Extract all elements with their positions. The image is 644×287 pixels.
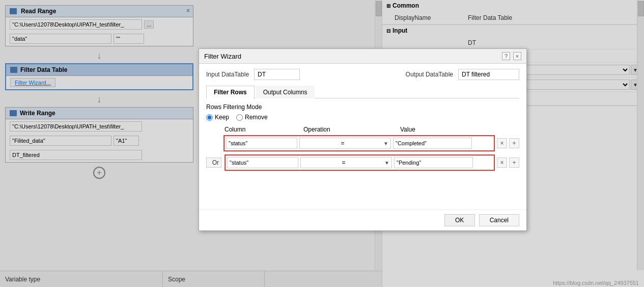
filtering-mode-label: Rows Filtering Mode <box>206 103 519 111</box>
modal-controls: ? × <box>502 52 521 60</box>
watermark: https://blog.csdn.net/qq_24937551 <box>553 280 639 286</box>
filter-row-2-wrap: Or = ▼ × + <box>206 154 519 171</box>
remove-radio[interactable] <box>236 114 243 121</box>
filter-row-1-op-arrow[interactable]: ▼ <box>383 141 388 146</box>
modal-close-btn[interactable]: × <box>513 52 521 60</box>
filter-row-1-delete-btn[interactable]: × <box>497 138 507 148</box>
filter-row-1-wrap: = ▼ × + <box>206 135 519 151</box>
filter-row-2-or-label: Or <box>206 158 221 168</box>
modal-title: Filter Wizard <box>204 53 241 60</box>
output-dt-label: Output DataTable <box>406 71 453 78</box>
modal-titlebar: Filter Wizard ? × <box>199 49 526 64</box>
filter-row-2-value[interactable] <box>394 157 473 168</box>
modal-tabs: Filter Rows Output Columns <box>206 85 519 98</box>
tab-output-columns[interactable]: Output Columns <box>256 86 315 98</box>
remove-radio-text: Remove <box>245 114 268 121</box>
column-header: Column <box>225 126 303 133</box>
output-dt-input[interactable] <box>458 69 519 80</box>
keep-radio-text: Keep <box>215 114 229 121</box>
filter-row-1-operation-wrap: = ▼ <box>299 138 391 149</box>
dt-config-row: Input DataTable Output DataTable <box>206 69 519 80</box>
filter-wizard-dialog: Filter Wizard ? × Input DataTable Output… <box>199 48 527 231</box>
keep-radio-label: Keep <box>206 114 229 121</box>
operation-header: Operation <box>303 126 400 133</box>
value-header: Value <box>400 126 482 133</box>
modal-footer: OK Cancel <box>199 210 526 230</box>
modal-spacer <box>199 179 526 210</box>
filter-row-2-op-arrow[interactable]: ▼ <box>384 160 389 166</box>
modal-overlay: Filter Wizard ? × Input DataTable Output… <box>0 0 644 287</box>
ok-button[interactable]: OK <box>444 214 475 226</box>
filter-row-2-column[interactable] <box>227 157 298 168</box>
modal-help-btn[interactable]: ? <box>502 52 510 60</box>
filter-row-2-operation-wrap: = ▼ <box>300 157 392 168</box>
filter-row-1: = ▼ <box>223 135 495 151</box>
radio-group: Keep Remove <box>206 114 519 121</box>
input-dt-input[interactable] <box>254 69 300 80</box>
filter-row-2: = ▼ <box>225 154 495 171</box>
cancel-button[interactable]: Cancel <box>479 214 519 226</box>
modal-body: Input DataTable Output DataTable Filter … <box>199 64 526 179</box>
tab-filter-rows[interactable]: Filter Rows <box>206 86 255 98</box>
filter-row-2-operation: = <box>303 159 384 166</box>
filter-row-1-value[interactable] <box>393 138 472 149</box>
input-dt-label: Input DataTable <box>206 71 249 78</box>
filter-headers: Column Operation Value <box>206 126 519 133</box>
filter-row-2-add-btn[interactable]: + <box>509 158 519 168</box>
filter-row-1-column[interactable] <box>226 138 297 149</box>
filter-row-2-delete-btn[interactable]: × <box>497 158 507 168</box>
filter-row-1-add-btn[interactable]: + <box>509 138 519 148</box>
keep-radio[interactable] <box>206 114 213 121</box>
remove-radio-label: Remove <box>236 114 268 121</box>
filter-row-1-operation: = <box>302 140 383 147</box>
